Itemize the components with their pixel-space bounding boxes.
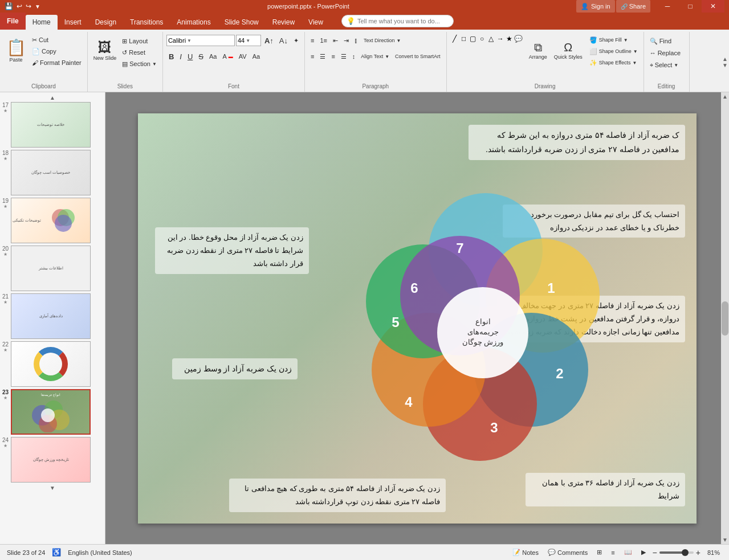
select-button[interactable]: ⌖Select▼	[647, 59, 681, 71]
shape-rect[interactable]: □	[459, 34, 469, 43]
cut-button[interactable]: ✂Cut	[30, 34, 84, 46]
close-btn[interactable]: ✕	[702, 0, 724, 13]
tab-design[interactable]: Design	[88, 15, 123, 30]
font-size-aa-btn[interactable]: Aa	[250, 51, 262, 62]
redo-btn[interactable]: ↪	[26, 2, 31, 10]
italic-btn[interactable]: I	[177, 51, 184, 62]
justify-btn[interactable]: ☰	[339, 51, 349, 62]
slide-thumb-22[interactable]: 22 ★	[2, 341, 103, 387]
comments-button[interactable]: 💬 Comments	[545, 547, 590, 557]
ribbon-tabs[interactable]: File Home Insert Design Transitions Anim…	[0, 13, 729, 30]
canvas-scroll-up[interactable]: ▲	[722, 93, 728, 100]
char-spacing-btn[interactable]: AV	[237, 51, 249, 62]
paste-button[interactable]: 📋 Paste	[3, 33, 28, 67]
shape-fill-btn[interactable]: 🪣Shape Fill▼	[587, 34, 640, 46]
zoom-minus[interactable]: −	[653, 548, 657, 557]
decrease-indent-btn[interactable]: ⇤	[331, 35, 340, 46]
shape-effects-btn[interactable]: ✨Shape Effects▼	[587, 57, 640, 68]
bold-btn[interactable]: B	[166, 51, 176, 62]
zoom-plus[interactable]: +	[696, 548, 701, 557]
ribbon-scroll-up[interactable]: ▲	[722, 56, 728, 62]
align-text-btn[interactable]: Align Text▼	[359, 51, 392, 62]
signin-area[interactable]: 👤 Sign in	[576, 0, 615, 13]
venn-diagram[interactable]: 7 1 2 3 4 5 6 انواع جریمه‌های ورزش چوگان	[355, 182, 617, 467]
accessibility-icon[interactable]: ♿	[52, 548, 61, 557]
slide-thumb-21[interactable]: 21 ★ داده‌های آماری	[2, 293, 103, 339]
text-bottom-right[interactable]: زدن یک ضربه آزاد از فاصله ۳۶ متری با هما…	[526, 473, 685, 506]
slide-show-btn[interactable]: ▶	[639, 547, 648, 557]
strikethrough-btn[interactable]: S	[196, 51, 206, 62]
convert-smartart-btn[interactable]: Convert to SmartArt	[393, 51, 443, 62]
slide-panel-scroll-down[interactable]: ▼	[2, 485, 103, 491]
ribbon-scroll-down[interactable]: ▼	[722, 62, 728, 68]
font-color-btn[interactable]: A▬	[220, 51, 235, 62]
layout-button[interactable]: ⊞Layout	[120, 35, 159, 47]
line-spacing-btn[interactable]: ↕	[350, 51, 358, 62]
slide-thumb-18[interactable]: 18 ★ خصوصیات اسب چوگان	[2, 150, 103, 195]
align-center-btn[interactable]: ☰	[317, 51, 328, 62]
quick-styles-button[interactable]: Ω Quick Styles	[552, 33, 585, 67]
tab-slideshow[interactable]: Slide Show	[218, 15, 266, 30]
align-right-btn[interactable]: ≡	[329, 51, 337, 62]
shape-right-arrow[interactable]: →	[496, 34, 505, 43]
save-btn[interactable]: 💾	[5, 2, 13, 10]
slide-panel[interactable]: ▲ 17 ★ خلاصه توضیحات 18 ★ خصوصیات اسب چو…	[0, 92, 105, 544]
normal-view-btn[interactable]: ⊞	[594, 547, 604, 557]
copy-button[interactable]: 📄Copy	[30, 46, 84, 57]
slide-thumb-17[interactable]: 17 ★ خلاصه توضیحات	[2, 102, 103, 148]
columns-btn[interactable]: ⫿	[352, 35, 360, 46]
increase-indent-btn[interactable]: ⇥	[341, 35, 351, 46]
maximize-btn[interactable]: □	[679, 0, 702, 13]
shape-triangle[interactable]: △	[487, 34, 496, 43]
zoom-level[interactable]: 81%	[705, 548, 722, 557]
shape-callout[interactable]: 💬	[514, 34, 523, 43]
slide-thumb-20[interactable]: 20 ★ اطلاعات بیشتر	[2, 246, 103, 291]
align-left-btn[interactable]: ≡	[308, 51, 316, 62]
shape-oval[interactable]: ○	[478, 34, 487, 43]
minimize-btn[interactable]: ─	[656, 0, 679, 13]
tab-review[interactable]: Review	[266, 15, 302, 30]
reading-view-btn[interactable]: 📖	[622, 547, 634, 557]
canvas-scroll-down[interactable]: ▼	[722, 537, 728, 543]
notes-button[interactable]: 📝 Notes	[510, 547, 541, 557]
decrease-font-btn[interactable]: A↓	[277, 35, 290, 46]
section-button[interactable]: ▤Section▼	[120, 58, 159, 70]
file-tab[interactable]: File	[0, 13, 26, 30]
tell-me-input[interactable]: 💡	[341, 15, 454, 27]
slide-thumb-19[interactable]: 19 ★ توضیحات تکنیکی	[2, 198, 103, 243]
text-bottom-center[interactable]: زدن یک ضربه آزاد از فاصله ۵۴ متری به طور…	[229, 479, 446, 512]
outline-view-btn[interactable]: ≡	[609, 548, 617, 557]
slide-canvas[interactable]: ک ضربه آزاد از فاصله ۵۴ متری دروازه به ا…	[138, 113, 697, 524]
slide-thumb-24[interactable]: 24 ★ تاریخچه ورزش چوگان	[2, 437, 103, 483]
tab-view[interactable]: View	[302, 15, 330, 30]
signin-label[interactable]: Sign in	[591, 3, 610, 10]
slide-thumb-23[interactable]: 23 ★ انواع جریمه‌ها	[2, 389, 103, 435]
clear-format-btn[interactable]: ✦	[291, 35, 301, 46]
font-name-box[interactable]: Calibri ▼	[166, 35, 235, 46]
underline-btn[interactable]: U	[185, 51, 195, 62]
undo-btn[interactable]: ↩	[17, 2, 22, 10]
text-top-right[interactable]: ک ضربه آزاد از فاصله ۵۴ متری دروازه به ا…	[469, 125, 685, 160]
zoom-slider[interactable]: − +	[653, 548, 701, 557]
shape-outline-btn[interactable]: ⬜Shape Outline▼	[587, 46, 640, 57]
bullets-btn[interactable]: ≡	[308, 35, 316, 46]
quick-access-toolbar[interactable]: 💾 ↩ ↪ ▼	[5, 2, 40, 10]
text-left-bottom[interactable]: زدن یک ضربه آزاد از وسط زمین	[172, 358, 298, 379]
increase-font-btn[interactable]: A↑	[262, 35, 276, 46]
find-button[interactable]: 🔍Find	[647, 35, 674, 47]
text-left[interactable]: زدن یک ضربه آزاد از محل وقوع خطا. در این…	[155, 227, 309, 274]
slide-panel-scroll-up[interactable]: ▲	[2, 95, 103, 101]
shape-star[interactable]: ★	[505, 34, 514, 43]
language-indicator[interactable]: English (United States)	[68, 549, 132, 556]
textcase-btn[interactable]: Aa	[207, 51, 219, 62]
shapes-palette[interactable]: ╱ □ ▢ ○ △ → ★ 💬	[450, 33, 524, 43]
new-slide-button[interactable]: 🖼 New Slide	[91, 33, 119, 67]
tab-home[interactable]: Home	[26, 15, 58, 30]
shape-line[interactable]: ╱	[450, 34, 459, 43]
reset-button[interactable]: ↺Reset	[120, 47, 159, 58]
numbering-btn[interactable]: 1≡	[317, 35, 329, 46]
share-button[interactable]: 🔗 Share	[616, 0, 650, 13]
replace-button[interactable]: ↔Replace	[647, 47, 683, 59]
slide-canvas-area[interactable]: ▲ ▼ ک ضربه آزاد از فاصله ۵۴ متری دروازه …	[105, 92, 729, 544]
text-direction-btn[interactable]: Text Direction▼	[361, 35, 403, 46]
